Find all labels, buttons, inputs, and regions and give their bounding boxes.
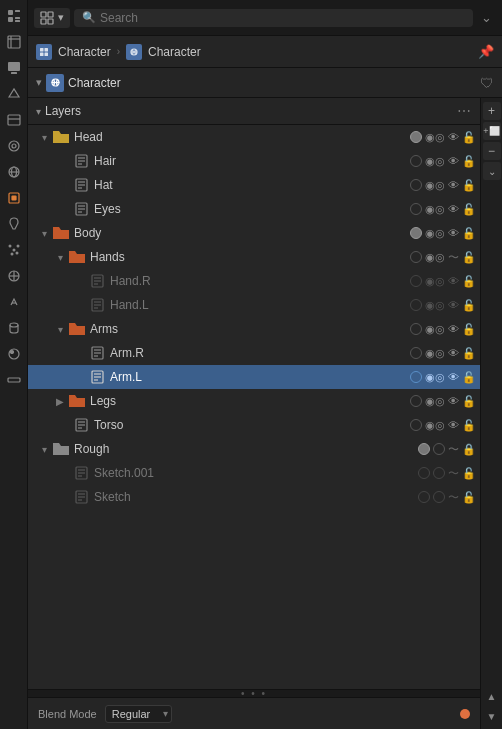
ctrl-viewport-arm-l[interactable]: ◉◎ bbox=[425, 371, 445, 384]
layer-row-body[interactable]: ▾ Body ◉◎ 👁 🔓 bbox=[28, 221, 480, 245]
breadcrumb-pin-icon[interactable]: 📌 bbox=[478, 44, 494, 59]
ctrl-render-sketch001[interactable] bbox=[418, 467, 430, 479]
add-object-button[interactable]: +⬜ bbox=[483, 122, 501, 140]
ctrl-viewport-hat[interactable]: ◉◎ bbox=[425, 179, 445, 192]
ctrl-lock-body[interactable]: 🔓 bbox=[462, 227, 476, 240]
ctrl-eye-body[interactable]: 👁 bbox=[448, 227, 459, 239]
ctrl-lock-hat[interactable]: 🔓 bbox=[462, 179, 476, 192]
ctrl-viewport-hand-r[interactable]: ◉◎ bbox=[425, 275, 445, 288]
layer-row-torso[interactable]: Torso ◉◎ 👁 🔓 bbox=[28, 413, 480, 437]
ctrl-lock-arm-l[interactable]: 🔓 bbox=[462, 371, 476, 384]
ctrl-viewport-arm-r[interactable]: ◉◎ bbox=[425, 347, 445, 360]
layer-row-sketch001[interactable]: Sketch.001 〜 🔓 bbox=[28, 461, 480, 485]
ctrl-render-sketch[interactable] bbox=[418, 491, 430, 503]
sidebar-icon-shader[interactable] bbox=[2, 368, 26, 392]
ctrl-eye-legs[interactable]: 👁 bbox=[448, 395, 459, 407]
ctrl-render-arms[interactable] bbox=[410, 323, 422, 335]
layer-row-head[interactable]: ▾ Head ◉◎ 👁 🔓 bbox=[28, 125, 480, 149]
ctrl-lock-hand-r[interactable]: 🔓 bbox=[462, 275, 476, 288]
fold-button[interactable]: ⌄ bbox=[483, 162, 501, 180]
layer-row-arm-r[interactable]: Arm.R ◉◎ 👁 🔓 bbox=[28, 341, 480, 365]
ctrl-render-head[interactable] bbox=[410, 131, 422, 143]
layer-row-eyes[interactable]: Eyes ◉◎ 👁 🔓 bbox=[28, 197, 480, 221]
move-down-button[interactable]: ▼ bbox=[483, 707, 501, 725]
sidebar-icon-material[interactable] bbox=[2, 342, 26, 366]
ctrl-render-rough[interactable] bbox=[418, 443, 430, 455]
sidebar-icon-output[interactable] bbox=[2, 82, 26, 106]
ctrl-eye-arms[interactable]: 👁 bbox=[448, 323, 459, 335]
ctrl-lock-hands[interactable]: 🔓 bbox=[462, 251, 476, 264]
ctrl-render-hand-l[interactable] bbox=[410, 299, 422, 311]
ctrl-eye-torso[interactable]: 👁 bbox=[448, 419, 459, 431]
ctrl-dot2-sketch[interactable] bbox=[433, 491, 445, 503]
ctrl-eye-sketch001[interactable]: 〜 bbox=[448, 466, 459, 481]
ctrl-viewport-torso[interactable]: ◉◎ bbox=[425, 419, 445, 432]
ctrl-viewport-hair[interactable]: ◉◎ bbox=[425, 155, 445, 168]
ctrl-render-hand-r[interactable] bbox=[410, 275, 422, 287]
sidebar-icon-modifier[interactable] bbox=[2, 212, 26, 236]
ctrl-render-arm-l[interactable] bbox=[410, 371, 422, 383]
ctrl-eye-hand-r[interactable]: 👁 bbox=[448, 275, 459, 287]
layer-row-legs[interactable]: ▶ Legs ◉◎ 👁 🔓 bbox=[28, 389, 480, 413]
layer-row-hand-l[interactable]: Hand.L ◉◎ 👁 🔓 bbox=[28, 293, 480, 317]
layer-row-hair[interactable]: Hair ◉◎ 👁 🔓 bbox=[28, 149, 480, 173]
ctrl-render-hands[interactable] bbox=[410, 251, 422, 263]
layer-toggle-arms[interactable]: ▾ bbox=[52, 317, 68, 341]
sidebar-icon-outliner[interactable] bbox=[2, 4, 26, 28]
layer-toggle-body[interactable]: ▾ bbox=[36, 221, 52, 245]
ctrl-render-body[interactable] bbox=[410, 227, 422, 239]
ctrl-eye-hat[interactable]: 👁 bbox=[448, 179, 459, 191]
options-chevron[interactable]: ⌄ bbox=[477, 8, 496, 27]
layer-toggle-rough[interactable]: ▾ bbox=[36, 437, 52, 461]
ctrl-viewport-arms[interactable]: ◉◎ bbox=[425, 323, 445, 336]
drag-handle[interactable]: • • • bbox=[28, 689, 480, 697]
layer-row-hands[interactable]: ▾ Hands ◉◎ 〜 🔓 bbox=[28, 245, 480, 269]
ctrl-viewport-hands[interactable]: ◉◎ bbox=[425, 251, 445, 264]
ctrl-render-legs[interactable] bbox=[410, 395, 422, 407]
ctrl-eye-head[interactable]: 👁 bbox=[448, 131, 459, 143]
ctrl-render-torso[interactable] bbox=[410, 419, 422, 431]
layer-row-hat[interactable]: Hat ◉◎ 👁 🔓 bbox=[28, 173, 480, 197]
ctrl-viewport-body[interactable]: ◉◎ bbox=[425, 227, 445, 240]
ctrl-render-arm-r[interactable] bbox=[410, 347, 422, 359]
ctrl-lock-hair[interactable]: 🔓 bbox=[462, 155, 476, 168]
ctrl-dot2-sketch001[interactable] bbox=[433, 467, 445, 479]
ctrl-viewport-legs[interactable]: ◉◎ bbox=[425, 395, 445, 408]
layer-toggle-head[interactable]: ▾ bbox=[36, 125, 52, 149]
ctrl-lock-hand-l[interactable]: 🔓 bbox=[462, 299, 476, 312]
add-layer-button[interactable]: + bbox=[483, 102, 501, 120]
layers-collapse-icon[interactable]: ▾ bbox=[36, 106, 41, 117]
sidebar-icon-scene[interactable] bbox=[2, 134, 26, 158]
sidebar-icon-constraints[interactable] bbox=[2, 290, 26, 314]
ctrl-eye-hands[interactable]: 〜 bbox=[448, 250, 459, 265]
ctrl-render-eyes[interactable] bbox=[410, 203, 422, 215]
ctrl-eye-rough[interactable]: 〜 bbox=[448, 442, 459, 457]
layer-row-sketch[interactable]: Sketch 〜 🔓 bbox=[28, 485, 480, 509]
sidebar-icon-viewlayer[interactable] bbox=[2, 108, 26, 132]
ctrl-viewport-eyes[interactable]: ◉◎ bbox=[425, 203, 445, 216]
ctrl-eye-eyes[interactable]: 👁 bbox=[448, 203, 459, 215]
layer-toggle-hands[interactable]: ▾ bbox=[52, 245, 68, 269]
ctrl-viewport-hand-l[interactable]: ◉◎ bbox=[425, 299, 445, 312]
sidebar-icon-data[interactable] bbox=[2, 316, 26, 340]
ctrl-lock-sketch001[interactable]: 🔓 bbox=[462, 467, 476, 480]
ctrl-lock-head[interactable]: 🔓 bbox=[462, 131, 476, 144]
layers-menu-icon[interactable]: ⋯ bbox=[457, 103, 472, 119]
ctrl-render-hat[interactable] bbox=[410, 179, 422, 191]
ctrl-lock-rough[interactable]: 🔒 bbox=[462, 443, 476, 456]
sidebar-icon-object[interactable] bbox=[2, 186, 26, 210]
ctrl-eye-hair[interactable]: 👁 bbox=[448, 155, 459, 167]
layer-row-rough[interactable]: ▾ Rough 〜 🔒 bbox=[28, 437, 480, 461]
ctrl-lock-arms[interactable]: 🔓 bbox=[462, 323, 476, 336]
layer-row-hand-r[interactable]: Hand.R ◉◎ 👁 🔓 bbox=[28, 269, 480, 293]
ctrl-lock-torso[interactable]: 🔓 bbox=[462, 419, 476, 432]
ctrl-eye-arm-r[interactable]: 👁 bbox=[448, 347, 459, 359]
sidebar-icon-physics[interactable] bbox=[2, 264, 26, 288]
ctrl-eye-sketch[interactable]: 〜 bbox=[448, 490, 459, 505]
blend-mode-select[interactable]: Regular Multiply Screen Overlay Darken L… bbox=[105, 705, 172, 723]
sidebar-icon-particles[interactable] bbox=[2, 238, 26, 262]
ctrl-lock-legs[interactable]: 🔓 bbox=[462, 395, 476, 408]
layer-row-arm-l[interactable]: Arm.L ◉◎ 👁 🔓 bbox=[28, 365, 480, 389]
ctrl-lock-arm-r[interactable]: 🔓 bbox=[462, 347, 476, 360]
remove-layer-button[interactable]: − bbox=[483, 142, 501, 160]
